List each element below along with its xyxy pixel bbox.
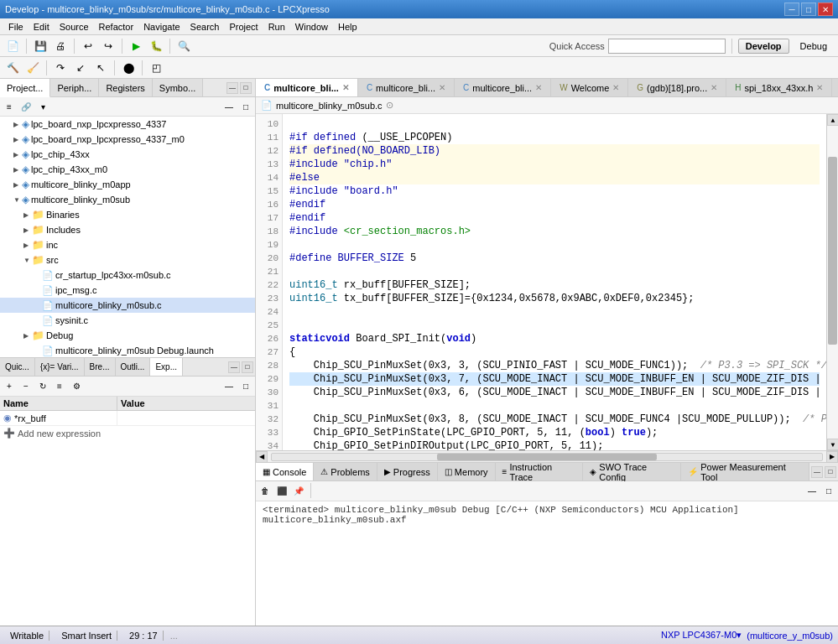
editor-tab-3[interactable]: WWelcome✕ (551, 79, 628, 96)
console-tab-memory[interactable]: ◫Memory (438, 463, 496, 480)
editor-tab-0[interactable]: Cmulticore_bli...✕ (256, 79, 358, 97)
nxp-info[interactable]: NXP LPC4367-M0▾ (661, 630, 742, 641)
run-button[interactable]: ▶ (127, 37, 145, 55)
expr-tab-outli[interactable]: Outli... (116, 358, 151, 376)
left-tab-registers[interactable]: Registers (99, 79, 152, 96)
expr-minimize-button[interactable]: — (228, 361, 240, 373)
tree-item[interactable]: ▶◈lpc_chip_43xx (0, 147, 255, 162)
maximize-expr-button[interactable]: □ (238, 378, 253, 393)
tab-close-button[interactable]: ✕ (816, 83, 823, 92)
editor-hscroll[interactable]: ◀ ▶ (256, 450, 838, 462)
tree-item[interactable]: ▼📁src (0, 252, 255, 267)
left-tab-periph[interactable]: Periph... (50, 79, 99, 96)
hscroll-track[interactable] (271, 453, 823, 461)
build-button[interactable]: 🔨 (3, 59, 22, 77)
console-minimize[interactable]: — (811, 466, 823, 478)
tree-item[interactable]: ▼◈multicore_blinky_m0sub (0, 192, 255, 207)
console-maximize[interactable]: □ (825, 466, 836, 478)
menu-item-search[interactable]: Search (185, 20, 225, 34)
save-button[interactable]: 💾 (31, 37, 49, 55)
left-tab-symbo[interactable]: Symbo... (153, 79, 203, 96)
expr-tab-xvari[interactable]: {x}= Vari... (35, 358, 85, 376)
open-perspective-button[interactable]: ◰ (147, 59, 165, 77)
maximize-tree-button[interactable]: □ (238, 99, 253, 114)
close-button[interactable]: ✕ (818, 3, 833, 16)
minimize-button[interactable]: ─ (784, 3, 799, 16)
scroll-down-button[interactable]: ▼ (827, 439, 838, 450)
menu-item-refactor[interactable]: Refactor (94, 20, 139, 34)
menu-item-edit[interactable]: Edit (29, 20, 55, 34)
menu-item-navigate[interactable]: Navigate (138, 20, 185, 34)
pin-console-button[interactable]: 📌 (291, 483, 306, 498)
console-tab-power-measurement-tool[interactable]: ⚡Power Measurement Tool (681, 463, 809, 480)
tab-close-button[interactable]: ✕ (612, 83, 619, 92)
tree-item[interactable]: 📄multicore_blinky_m0sub.c (0, 298, 255, 313)
expr-tab-exp[interactable]: Exp... (150, 358, 183, 376)
menu-item-source[interactable]: Source (55, 20, 94, 34)
console-tab-swo-trace-config[interactable]: ◈SWO Trace Config (583, 463, 681, 480)
code-content[interactable]: #if defined (__USE_LPCOPEN)#if defined(N… (283, 114, 826, 450)
tree-item[interactable]: 📄cr_startup_lpc43xx-m0sub.c (0, 267, 255, 283)
search-button[interactable]: 🔍 (174, 37, 193, 55)
step-into-button[interactable]: ↙ (71, 59, 90, 77)
tree-item[interactable]: 📄multicore_blinky_m0sub Debug.launch (0, 343, 255, 357)
toggle-breakpoint-button[interactable]: ⬤ (119, 59, 138, 77)
step-return-button[interactable]: ↖ (91, 59, 110, 77)
left-panel-minimize[interactable]: — (226, 82, 238, 94)
maximize-console-button[interactable]: □ (821, 483, 836, 498)
add-expr-button[interactable]: + (2, 378, 17, 393)
minimize-tree-button[interactable]: — (221, 99, 237, 114)
menu-item-project[interactable]: Project (224, 20, 263, 34)
scroll-track[interactable] (827, 126, 838, 439)
console-tab-instruction-trace[interactable]: ≡Instruction Trace (496, 463, 584, 480)
expr-tab-quic[interactable]: Quic... (0, 358, 35, 376)
editor-tab-1[interactable]: Cmulticore_bli...✕ (358, 79, 455, 96)
console-tab-progress[interactable]: ▶Progress (377, 463, 438, 480)
editor-vscroll[interactable]: ▲ ▼ (826, 114, 838, 450)
menu-item-file[interactable]: File (3, 20, 29, 34)
new-button[interactable]: 📄 (3, 37, 22, 55)
tree-menu-button[interactable]: ▾ (35, 99, 50, 114)
editor-tab-2[interactable]: Cmulticore_bli...✕ (455, 79, 551, 96)
menu-item-help[interactable]: Help (333, 20, 362, 34)
tab-close-button[interactable]: ✕ (439, 83, 445, 92)
hscroll-thumb[interactable] (437, 454, 657, 460)
step-over-button[interactable]: ↷ (51, 59, 70, 77)
stop-console-button[interactable]: ⬛ (274, 483, 289, 498)
scroll-up-button[interactable]: ▲ (827, 114, 838, 126)
collapse-all-button[interactable]: ≡ (2, 99, 17, 114)
expr-maximize-button[interactable]: □ (242, 361, 253, 373)
clear-console-button[interactable]: 🗑 (258, 483, 273, 498)
console-tab-console[interactable]: ▦Console (256, 463, 314, 480)
quick-access-input[interactable] (608, 39, 726, 54)
editor-tab-6[interactable]: Cssp.c✕ (832, 79, 838, 96)
print-button[interactable]: 🖨 (51, 37, 70, 55)
collapse-expr-button[interactable]: ≡ (52, 378, 67, 393)
scroll-left-button[interactable]: ◀ (256, 451, 268, 463)
tab-close-button[interactable]: ✕ (342, 83, 349, 92)
develop-mode-button[interactable]: Develop (738, 39, 789, 54)
menu-item-window[interactable]: Window (290, 20, 333, 34)
format-expr-button[interactable]: ⚙ (69, 378, 84, 393)
tree-item[interactable]: ▶◈lpc_board_nxp_lpcxpresso_4337_m0 (0, 132, 255, 147)
tree-item[interactable]: ▶◈lpc_board_nxp_lpcxpresso_4337 (0, 117, 255, 132)
scroll-thumb[interactable] (828, 157, 837, 345)
scroll-right-button[interactable]: ▶ (826, 451, 838, 463)
clean-button[interactable]: 🧹 (23, 59, 42, 77)
tab-close-button[interactable]: ✕ (535, 83, 542, 92)
left-tab-project[interactable]: Project... (0, 79, 50, 97)
tree-item[interactable]: 📄ipc_msg.c (0, 283, 255, 298)
undo-button[interactable]: ↩ (79, 37, 97, 55)
editor-tab-4[interactable]: G(gdb)[18].pro...✕ (628, 79, 726, 96)
expr-tab-bre[interactable]: Bre... (85, 358, 116, 376)
redo-button[interactable]: ↪ (99, 37, 117, 55)
minimize-console-button[interactable]: — (804, 483, 820, 498)
add-expression-button[interactable]: ➕ Add new expression (0, 426, 255, 440)
console-tab-problems[interactable]: ⚠Problems (314, 463, 377, 480)
debug-mode-button[interactable]: Debug (793, 39, 835, 54)
menu-item-run[interactable]: Run (263, 20, 290, 34)
maximize-button[interactable]: □ (801, 3, 816, 16)
tree-item[interactable]: ▶📁Debug (0, 328, 255, 343)
tab-close-button[interactable]: ✕ (710, 83, 717, 92)
tree-item[interactable]: ▶📁Includes (0, 222, 255, 237)
